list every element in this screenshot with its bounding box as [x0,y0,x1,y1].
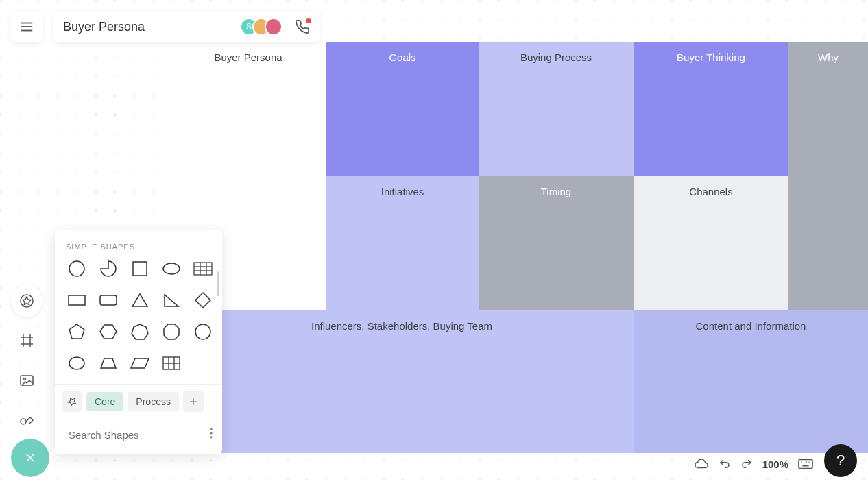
shape-decagon[interactable] [192,321,214,343]
shapes-panel-heading: SIMPLE SHAPES [55,230,222,258]
shape-heptagon[interactable] [129,321,151,343]
cell-label: Initiatives [381,186,424,310]
document-title-card: Buyer Persona S [53,11,320,42]
canvas-cell[interactable]: Buyer Thinking [634,42,788,176]
shape-right-triangle[interactable] [160,289,182,311]
svg-rect-22 [100,295,117,305]
tab-core[interactable]: Core [86,392,123,411]
svg-point-35 [210,436,212,438]
shape-empty [192,352,214,374]
shape-ellipse[interactable] [160,258,182,280]
cell-label: Buyer Persona [214,51,282,176]
canvas-cell[interactable]: Why [788,42,868,176]
shape-circle[interactable] [66,258,88,280]
pin-button[interactable] [62,391,82,412]
shape-parallelogram[interactable] [129,352,151,374]
shape-diamond[interactable] [192,289,214,311]
canvas[interactable]: Buyer PersonaGoalsBuying ProcessBuyer Th… [170,42,868,453]
canvas-cell[interactable]: Timing [479,176,634,310]
shape-pentagon[interactable] [66,321,88,343]
shape-hexagon[interactable] [97,321,119,343]
canvas-cell[interactable]: Buyer Persona [170,42,326,176]
notification-dot [306,18,311,23]
zoom-level[interactable]: 100% [762,459,788,470]
svg-point-23 [195,324,210,339]
redo-button[interactable] [740,458,753,470]
canvas-cell[interactable]: Initiatives [326,176,479,310]
svg-point-33 [210,428,212,430]
shape-triangle[interactable] [129,289,151,311]
more-options-button[interactable] [204,426,218,443]
shape-square[interactable] [129,258,151,280]
document-title[interactable]: Buyer Persona [63,20,233,34]
shape-octagon[interactable] [160,321,182,343]
svg-point-24 [69,357,84,369]
call-button[interactable] [295,19,310,34]
connector-tool-button[interactable] [11,404,43,436]
hamburger-menu-button[interactable] [11,11,43,42]
cell-label: Timing [541,186,571,310]
svg-rect-21 [69,295,85,305]
cell-label: Buying Process [520,51,592,176]
svg-point-15 [163,263,180,274]
canvas-cell[interactable]: Channels [634,176,788,310]
canvas-cell[interactable] [788,176,868,310]
canvas-cell[interactable]: Influencers, Stakeholders, Buying Team [170,310,634,453]
shapes-tool-button[interactable] [11,285,43,317]
frame-tool-button[interactable] [11,325,43,356]
close-panel-button[interactable] [11,439,49,477]
svg-rect-14 [133,262,147,276]
cell-label: Goals [389,51,415,176]
keyboard-shortcuts-button[interactable] [798,459,813,469]
cell-label: Why [818,51,839,176]
shape-table[interactable] [192,258,214,280]
add-tab-button[interactable] [183,391,204,412]
shape-ring[interactable] [66,352,88,374]
image-tool-button[interactable] [11,365,43,396]
svg-point-13 [69,261,84,276]
scrollbar[interactable] [217,271,219,296]
shape-grid[interactable] [160,352,182,374]
svg-rect-36 [799,460,812,469]
cell-label: Influencers, Stakeholders, Buying Team [311,320,492,453]
svg-point-34 [210,432,212,434]
tab-process[interactable]: Process [128,392,179,411]
avatar[interactable] [265,18,282,36]
shapes-panel: SIMPLE SHAPES Core Process [55,230,222,454]
shape-rounded-rect[interactable] [97,289,119,311]
collaborator-avatars[interactable]: S [240,18,282,36]
canvas-cell[interactable]: Goals [326,42,479,176]
shape-trapezoid[interactable] [97,352,119,374]
undo-button[interactable] [719,458,731,470]
svg-rect-16 [194,263,212,275]
canvas-cell[interactable]: Buying Process [479,42,634,176]
cell-label: Channels [689,186,732,310]
sync-status-icon[interactable] [694,456,709,472]
search-shapes-input[interactable] [69,429,199,441]
svg-point-10 [21,419,26,424]
help-button[interactable]: ? [824,444,857,477]
cell-label: Content and Information [696,320,806,453]
shape-rectangle[interactable] [66,289,88,311]
cell-label: Buyer Thinking [677,51,745,176]
svg-point-9 [24,378,26,380]
shape-arc[interactable] [97,258,119,280]
canvas-cell[interactable]: Content and Information [634,310,868,453]
